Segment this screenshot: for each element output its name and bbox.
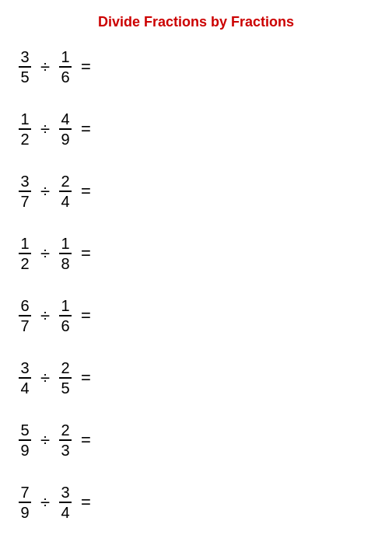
operator-problem-7: ÷ (40, 430, 50, 450)
denominator-1-problem-7: 9 (19, 441, 31, 458)
numerator-1-problem-1: 3 (19, 49, 31, 68)
problem-row: 1 2 ÷ 1 8 = (16, 231, 376, 276)
problems-list: 3 5 ÷ 1 6 = 1 2 ÷ 4 9 = 3 7 (16, 44, 376, 525)
denominator-2-problem-8: 4 (59, 503, 72, 520)
fraction-1-problem-6: 3 4 (19, 360, 31, 396)
problem-row: 7 9 ÷ 3 4 = (16, 480, 376, 525)
numerator-2-problem-2: 4 (59, 111, 72, 130)
equals-problem-6: = (81, 368, 91, 388)
numerator-1-problem-7: 5 (19, 422, 31, 441)
fraction-1-problem-1: 3 5 (19, 49, 31, 85)
denominator-2-problem-3: 4 (59, 192, 72, 209)
denominator-2-problem-4: 8 (59, 254, 72, 271)
numerator-2-problem-8: 3 (59, 484, 72, 503)
fraction-1-problem-7: 5 9 (19, 422, 31, 458)
fraction-1-problem-4: 1 2 (19, 236, 31, 271)
numerator-2-problem-5: 1 (59, 298, 72, 316)
equals-problem-2: = (81, 119, 91, 139)
denominator-2-problem-5: 6 (59, 316, 72, 334)
fraction-2-problem-3: 2 4 (59, 173, 72, 209)
page-title: Divide Fractions by Fractions (16, 8, 376, 30)
fraction-2-problem-5: 1 6 (59, 298, 72, 334)
fraction-2-problem-7: 2 3 (59, 422, 72, 458)
numerator-1-problem-3: 3 (19, 173, 31, 192)
fraction-2-problem-2: 4 9 (59, 111, 72, 147)
problem-row: 6 7 ÷ 1 6 = (16, 293, 376, 338)
operator-problem-8: ÷ (40, 492, 50, 512)
numerator-2-problem-3: 2 (59, 173, 72, 192)
equals-problem-3: = (81, 181, 91, 201)
fraction-2-problem-6: 2 5 (59, 360, 72, 396)
denominator-1-problem-3: 7 (19, 192, 31, 209)
problem-row: 3 5 ÷ 1 6 = (16, 44, 376, 89)
denominator-2-problem-6: 5 (59, 379, 72, 396)
problem-row: 1 2 ÷ 4 9 = (16, 107, 376, 152)
fraction-2-problem-1: 1 6 (59, 49, 72, 85)
denominator-1-problem-6: 4 (19, 379, 31, 396)
fraction-2-problem-4: 1 8 (59, 236, 72, 271)
operator-problem-3: ÷ (40, 181, 50, 201)
operator-problem-6: ÷ (40, 368, 50, 388)
fraction-1-problem-2: 1 2 (19, 111, 31, 147)
fraction-1-problem-3: 3 7 (19, 173, 31, 209)
numerator-1-problem-8: 7 (19, 484, 31, 503)
denominator-1-problem-4: 2 (19, 254, 31, 271)
denominator-1-problem-2: 2 (19, 130, 31, 147)
numerator-1-problem-5: 6 (19, 298, 31, 316)
equals-problem-7: = (81, 430, 91, 450)
equals-problem-1: = (81, 57, 91, 77)
numerator-2-problem-4: 1 (59, 236, 72, 254)
fraction-1-problem-5: 6 7 (19, 298, 31, 334)
denominator-2-problem-7: 3 (59, 441, 72, 458)
numerator-1-problem-6: 3 (19, 360, 31, 379)
denominator-2-problem-1: 6 (59, 68, 72, 85)
numerator-1-problem-4: 1 (19, 236, 31, 254)
denominator-1-problem-5: 7 (19, 316, 31, 334)
problem-row: 3 4 ÷ 2 5 = (16, 355, 376, 400)
denominator-1-problem-8: 9 (19, 503, 31, 520)
fraction-2-problem-8: 3 4 (59, 484, 72, 520)
problem-row: 5 9 ÷ 2 3 = (16, 418, 376, 463)
denominator-2-problem-2: 9 (59, 130, 72, 147)
equals-problem-4: = (81, 243, 91, 264)
numerator-2-problem-7: 2 (59, 422, 72, 441)
operator-problem-5: ÷ (40, 306, 50, 326)
equals-problem-8: = (81, 492, 91, 512)
denominator-1-problem-1: 5 (19, 68, 31, 85)
problem-row: 3 7 ÷ 2 4 = (16, 169, 376, 214)
numerator-2-problem-1: 1 (59, 49, 72, 68)
numerator-1-problem-2: 1 (19, 111, 31, 130)
operator-problem-4: ÷ (40, 243, 50, 264)
equals-problem-5: = (81, 306, 91, 326)
numerator-2-problem-6: 2 (59, 360, 72, 379)
operator-problem-2: ÷ (40, 119, 50, 139)
fraction-1-problem-8: 7 9 (19, 484, 31, 520)
operator-problem-1: ÷ (40, 57, 50, 77)
